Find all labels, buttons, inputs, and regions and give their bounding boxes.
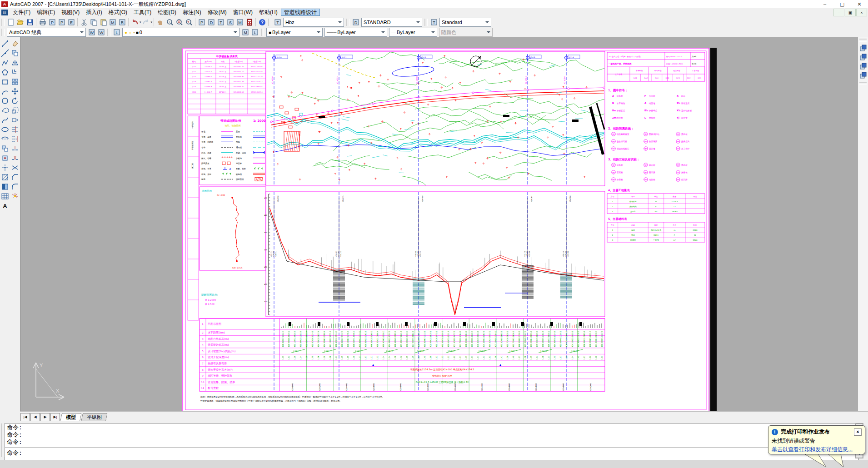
child-close-button[interactable]: × (856, 9, 867, 16)
undo-button[interactable] (130, 18, 140, 27)
save-button[interactable] (25, 18, 35, 27)
move-button[interactable] (10, 87, 20, 96)
trim-button[interactable] (10, 125, 20, 134)
open-button[interactable] (15, 18, 25, 27)
redo-dropdown-icon[interactable]: ▾ (151, 20, 153, 24)
ellipse-button[interactable] (0, 125, 10, 134)
layer-manager-button[interactable]: L (112, 28, 121, 37)
dim-style-select[interactable]: STANDARD (361, 18, 422, 27)
fillet-button[interactable] (10, 182, 20, 191)
menu-插入[interactable]: 插入(I) (83, 9, 105, 16)
table-button[interactable] (0, 192, 10, 201)
menu-标注[interactable]: 标注(N) (180, 9, 205, 16)
markup-button[interactable]: M (235, 18, 244, 27)
layer-previous-button[interactable]: L (250, 28, 259, 37)
text-style-select[interactable]: Hbz (283, 18, 344, 27)
make-block-button[interactable] (0, 154, 10, 163)
command-history[interactable]: 命令:命令:命令: (5, 423, 859, 448)
zoom-previous-button[interactable] (184, 18, 194, 27)
copy-button[interactable] (89, 18, 98, 27)
revision-cloud-button[interactable] (0, 106, 10, 115)
minimize-button[interactable]: – (816, 0, 833, 8)
hatch-button[interactable] (0, 173, 10, 182)
point-button[interactable] (0, 163, 10, 172)
table-style-select[interactable]: Standard (439, 18, 491, 27)
menu-绘图[interactable]: 绘图(D) (155, 9, 180, 16)
layer-select[interactable]: ●☼▪■0 (122, 28, 239, 37)
publish-button[interactable]: P (57, 18, 66, 27)
offset-button[interactable] (10, 68, 20, 77)
table-style-manager-button[interactable]: T (429, 18, 439, 27)
new-button[interactable] (6, 18, 15, 27)
text-style-manager-button[interactable]: T (273, 18, 282, 27)
polygon-button[interactable] (0, 68, 10, 77)
menu-编辑[interactable]: 编辑(E) (34, 9, 58, 16)
menu-格式[interactable]: 格式(O) (105, 9, 130, 16)
plot-style-select[interactable]: 随颜色 (439, 28, 493, 37)
tab-nav-prev-button[interactable]: ◀ (30, 413, 40, 421)
child-restore-button[interactable]: ▣ (845, 9, 856, 16)
break-at-point-button[interactable] (10, 144, 20, 153)
menu-文件[interactable]: 文件(F) (10, 9, 34, 16)
tab-平纵图[interactable]: 平纵图 (81, 413, 108, 421)
mirror-button[interactable] (10, 58, 20, 67)
zoom-realtime-button[interactable]: ± (165, 18, 175, 27)
close-button[interactable]: ✕ (851, 0, 868, 8)
redo-button[interactable] (141, 18, 151, 27)
menu-修改[interactable]: 修改(M) (205, 9, 230, 16)
paste-button[interactable] (98, 18, 108, 27)
stretch-button[interactable] (10, 115, 20, 124)
multiline-text-button[interactable]: A (0, 201, 10, 210)
color-select[interactable]: ■ByLayer (266, 28, 323, 37)
gradient-button[interactable] (0, 182, 10, 191)
menu-窗口[interactable]: 窗口(W) (230, 9, 256, 16)
properties-button[interactable]: P (197, 18, 206, 27)
rectangle-button[interactable] (0, 77, 10, 86)
construction-line-button[interactable] (0, 49, 10, 58)
plot-button[interactable] (38, 18, 47, 27)
refedit-button[interactable]: R (117, 18, 127, 27)
pan-button[interactable] (155, 18, 165, 27)
command-prompt-input[interactable]: 命令: (5, 448, 859, 460)
chamfer-button[interactable] (10, 173, 20, 182)
circle-button[interactable] (0, 96, 10, 105)
linetype-select[interactable]: ───ByLayer (324, 28, 387, 37)
dim-style-manager-button[interactable]: D (351, 18, 360, 27)
make-object-layer-current-button[interactable]: M (240, 28, 250, 37)
command-window-grip[interactable] (1, 423, 5, 457)
balloon-details-link[interactable]: 单击以查看打印和发布详细信息... (772, 446, 862, 453)
rotate-button[interactable] (10, 96, 20, 105)
array-button[interactable] (10, 77, 20, 86)
polyline-button[interactable] (0, 58, 10, 67)
tab-nav-first-button[interactable]: |◀ (20, 413, 30, 421)
scale-button[interactable] (10, 106, 20, 115)
menu-帮助[interactable]: 帮助(H) (256, 9, 281, 16)
tab-nav-next-button[interactable]: ▶ (40, 413, 50, 421)
toolpalettes-button[interactable]: T (216, 18, 225, 27)
workspace-save-button[interactable]: W (96, 28, 106, 37)
qcalc-button[interactable] (244, 18, 254, 27)
lineweight-select[interactable]: —ByLayer (389, 28, 437, 37)
spline-button[interactable] (0, 115, 10, 124)
maximize-button[interactable]: ▢ (833, 0, 851, 8)
erase-button[interactable] (10, 39, 20, 48)
arc-button[interactable] (0, 87, 10, 96)
workspace-select[interactable]: AutoCAD 经典 (7, 28, 86, 37)
etransmit-button[interactable]: E (66, 18, 76, 27)
ellipse-arc-button[interactable] (0, 134, 10, 144)
zoom-window-button[interactable] (175, 18, 184, 27)
child-minimize-button[interactable]: – (833, 9, 844, 16)
drawing-canvas[interactable]: 中线桩坐标成果表桩号里程(m)转角X坐标(m)Y坐标(m)JD102+036.5… (20, 37, 858, 412)
designcenter-button[interactable]: D (206, 18, 216, 27)
copy-object-button[interactable] (10, 49, 20, 58)
workspace-settings-button[interactable]: W (87, 28, 96, 37)
menu-工具[interactable]: 工具(T) (130, 9, 155, 16)
join-button[interactable] (10, 163, 20, 172)
insert-block-button[interactable] (0, 144, 10, 153)
plot-preview-button[interactable]: P (47, 18, 57, 27)
menu-视图[interactable]: 视图(V) (58, 9, 83, 16)
match-properties-button[interactable]: M (108, 18, 117, 27)
line-button[interactable] (0, 39, 10, 48)
bring-to-front-button[interactable] (858, 44, 868, 53)
bring-above-objects-button[interactable] (858, 62, 868, 71)
